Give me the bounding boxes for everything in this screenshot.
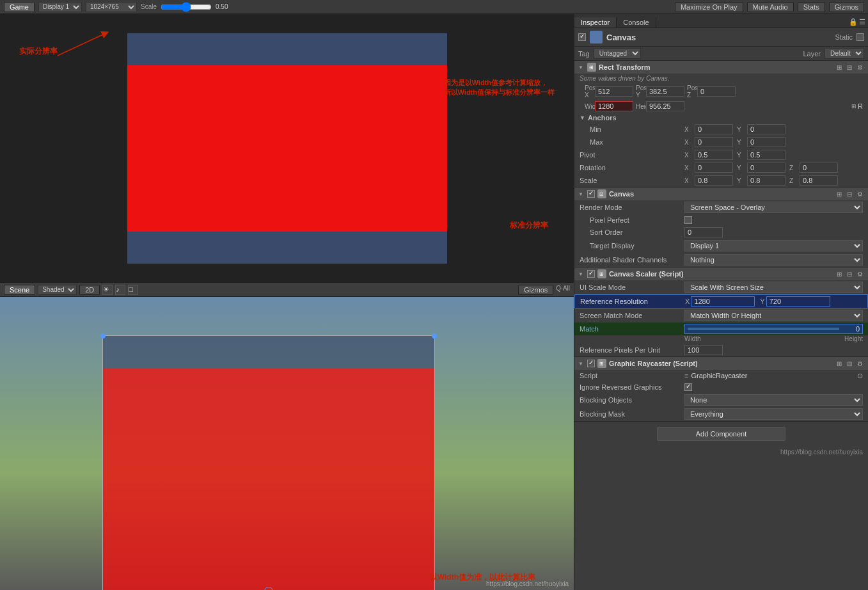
scene-canvas[interactable]: 以Width值为准，以此计算比率 https://blog.csdn.net/h… — [0, 297, 574, 590]
inspector-lock-icon[interactable]: 🔒 — [849, 18, 858, 26]
canvas-scaler-icon: ⊞ — [597, 269, 606, 278]
pivot-y-field[interactable] — [747, 150, 785, 160]
height-field[interactable] — [646, 101, 684, 111]
rect-transform-icon: ⊞ — [587, 63, 596, 72]
blocking-mask-select[interactable]: Everything — [684, 408, 863, 420]
anchor-min-y-label: Y — [737, 126, 746, 133]
match-slider[interactable] — [688, 328, 839, 330]
pivot-x-field[interactable] — [695, 150, 733, 160]
inspector-tab[interactable]: Inspector — [574, 17, 617, 28]
match-value: 0 — [840, 325, 860, 333]
scene-light-btn[interactable]: ☀ — [102, 285, 113, 295]
canvas-scaler-enabled[interactable] — [587, 270, 595, 278]
resolution-select[interactable]: 1024×765 — [86, 2, 137, 12]
scale-z-field[interactable] — [800, 175, 838, 186]
canvas-comp-enabled[interactable] — [587, 190, 595, 198]
static-checkbox[interactable] — [856, 33, 864, 41]
handle-top-right[interactable] — [432, 333, 437, 339]
rect-copy-btn[interactable]: ⊞ — [835, 63, 844, 72]
script-label: Script — [580, 372, 682, 379]
rot-z-field[interactable] — [800, 163, 838, 173]
mute-audio-btn[interactable]: Mute Audio — [747, 2, 794, 12]
pixel-perfect-checkbox[interactable] — [684, 216, 692, 224]
canvas-menu-btn[interactable]: ⚙ — [855, 189, 864, 198]
rot-x-field[interactable] — [695, 163, 733, 173]
render-mode-select[interactable]: Screen Space - Overlay — [684, 202, 863, 213]
ignore-reversed-checkbox[interactable] — [684, 383, 692, 391]
canvas-copy-btn[interactable]: ⊞ — [835, 189, 844, 198]
reset-btn[interactable]: ⊞ — [851, 103, 856, 109]
r-btn[interactable]: R — [858, 102, 863, 110]
ref-y-field[interactable] — [766, 296, 830, 307]
screen-match-mode-select[interactable]: Match Width Or Height — [684, 310, 863, 321]
canvas-scaler-header[interactable]: ▼ ⊞ Canvas Scaler (Script) ⊞ ⊟ ⚙ — [574, 267, 868, 280]
display-select[interactable]: Display 1 — [38, 2, 82, 12]
gizmos-btn[interactable]: Gizmos — [829, 2, 864, 12]
ui-scale-mode-select[interactable]: Scale With Screen Size — [684, 282, 863, 293]
handle-top-left[interactable] — [100, 333, 106, 339]
static-label: Static — [835, 33, 853, 41]
render-mode-row: Render Mode Screen Space - Overlay — [574, 200, 868, 214]
scale-y-field[interactable] — [747, 175, 785, 186]
scaler-menu-btn[interactable]: ⚙ — [855, 269, 864, 278]
tag-label: Tag — [578, 50, 590, 58]
anchor-max-y-field[interactable] — [747, 137, 785, 147]
inspector-menu-icon[interactable]: ☰ — [859, 18, 865, 26]
script-link[interactable]: ≡ — [684, 372, 688, 379]
raycaster-enabled[interactable] — [587, 360, 595, 367]
canvas-paste-btn[interactable]: ⊟ — [845, 189, 854, 198]
maximize-on-play-btn[interactable]: Maximize On Play — [675, 2, 743, 12]
stats-btn[interactable]: Stats — [798, 2, 825, 12]
pixel-perfect-row: Pixel Perfect — [574, 214, 868, 226]
blocking-mask-row: Blocking Mask Everything — [574, 407, 868, 421]
layer-select[interactable]: Default — [825, 48, 864, 59]
gizmos-scene-btn[interactable]: Gizmos — [518, 285, 553, 295]
game-top-bar — [127, 33, 447, 65]
shaded-select[interactable]: Shaded — [38, 285, 77, 295]
scale-x-field[interactable] — [695, 175, 733, 186]
raycaster-paste-btn[interactable]: ⊟ — [845, 359, 854, 368]
scene-tab[interactable]: Scene — [4, 285, 35, 295]
script-row: Script ≡ GraphicRaycaster ⊙ — [574, 370, 868, 381]
additional-shader-select[interactable]: Nothing — [684, 254, 863, 266]
scene-audio-btn[interactable]: ♪ — [115, 285, 125, 295]
scene-toolbar: Scene Shaded 2D ☀ ♪ □ Gizmos Q∙All — [0, 283, 574, 297]
ref-x-field[interactable] — [691, 296, 755, 307]
scale-value: 0.50 — [216, 3, 235, 10]
target-display-select[interactable]: Display 1 — [684, 240, 863, 251]
script-circle[interactable]: ⊙ — [857, 372, 863, 380]
pos-z-field[interactable] — [697, 86, 736, 97]
2d-btn[interactable]: 2D — [79, 285, 100, 295]
rot-y-field[interactable] — [747, 163, 785, 173]
scaler-copy-btn[interactable]: ⊞ — [835, 269, 844, 278]
scale-slider[interactable] — [161, 2, 212, 12]
width-field[interactable] — [595, 101, 633, 111]
rect-menu-btn[interactable]: ⚙ — [855, 63, 864, 72]
scaler-paste-btn[interactable]: ⊟ — [845, 269, 854, 278]
anchor-min-y-field[interactable] — [747, 124, 785, 134]
rect-transform-header[interactable]: ▼ ⊞ Rect Transform ⊞ ⊟ ⚙ — [574, 61, 868, 74]
raycaster-copy-btn[interactable]: ⊞ — [835, 359, 844, 368]
add-component-button[interactable]: Add Component — [657, 427, 786, 441]
match-slider-container[interactable]: 0 — [684, 324, 863, 334]
canvas-enabled-checkbox[interactable] — [578, 33, 586, 41]
game-tab[interactable]: Game — [4, 2, 35, 12]
tag-select[interactable]: Untagged — [594, 48, 641, 59]
anchor-min-x-field[interactable] — [695, 124, 733, 134]
pos-y-field[interactable] — [646, 86, 684, 97]
ref-pixels-field[interactable] — [684, 345, 723, 355]
match-row: Match 0 — [574, 323, 868, 335]
canvas-component-header[interactable]: ▼ ⊡ Canvas ⊞ ⊟ ⚙ — [574, 187, 868, 200]
rect-paste-btn[interactable]: ⊟ — [845, 63, 854, 72]
canvas-icon — [590, 31, 603, 44]
anchor-max-y-label: Y — [737, 139, 746, 146]
anchors-header[interactable]: ▼ Anchors — [574, 113, 868, 123]
graphic-raycaster-header[interactable]: ▼ ⊞ Graphic Raycaster (Script) ⊞ ⊟ ⚙ — [574, 357, 868, 370]
sort-order-field[interactable] — [684, 227, 723, 237]
pos-x-field[interactable] — [595, 86, 633, 97]
console-tab[interactable]: Console — [617, 17, 656, 28]
raycaster-menu-btn[interactable]: ⚙ — [855, 359, 864, 368]
anchor-max-x-field[interactable] — [695, 137, 733, 147]
scene-fx-btn[interactable]: □ — [128, 285, 138, 295]
blocking-objects-select[interactable]: None — [684, 394, 863, 406]
